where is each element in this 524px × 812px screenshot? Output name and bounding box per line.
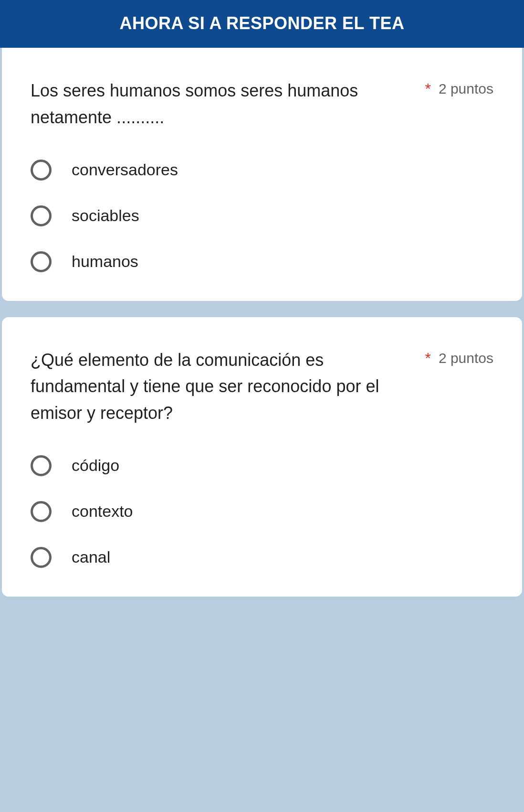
question-header: ¿Qué elemento de la comunicación es fund… (31, 347, 493, 427)
question-card: ¿Qué elemento de la comunicación es fund… (2, 317, 522, 597)
radio-unchecked-icon (31, 251, 52, 272)
radio-option[interactable]: humanos (31, 251, 493, 272)
question-header: Los seres humanos somos seres humanos ne… (31, 77, 493, 131)
radio-unchecked-icon (31, 501, 52, 522)
radio-option[interactable]: conversadores (31, 160, 493, 181)
form-section-header: AHORA SI A RESPONDER EL TEA (0, 0, 524, 48)
option-label: sociables (72, 206, 139, 225)
question-prompt: Los seres humanos somos seres humanos ne… (31, 77, 417, 131)
radio-option[interactable]: código (31, 455, 493, 476)
radio-unchecked-icon (31, 160, 52, 181)
radio-option[interactable]: sociables (31, 205, 493, 226)
question-card: Los seres humanos somos seres humanos ne… (2, 48, 522, 301)
required-asterisk: * (425, 77, 430, 99)
option-label: canal (72, 548, 110, 566)
radio-unchecked-icon (31, 455, 52, 476)
radio-unchecked-icon (31, 547, 52, 568)
option-label: código (72, 456, 119, 475)
option-label: humanos (72, 252, 138, 271)
option-label: conversadores (72, 160, 178, 179)
radio-option[interactable]: canal (31, 547, 493, 568)
question-prompt: ¿Qué elemento de la comunicación es fund… (31, 347, 417, 427)
required-asterisk: * (425, 347, 430, 369)
radio-unchecked-icon (31, 205, 52, 226)
points-label: 2 puntos (439, 77, 493, 98)
points-label: 2 puntos (439, 347, 493, 367)
form-section-title: AHORA SI A RESPONDER EL TEA (120, 13, 405, 33)
option-label: contexto (72, 502, 133, 521)
radio-option[interactable]: contexto (31, 501, 493, 522)
